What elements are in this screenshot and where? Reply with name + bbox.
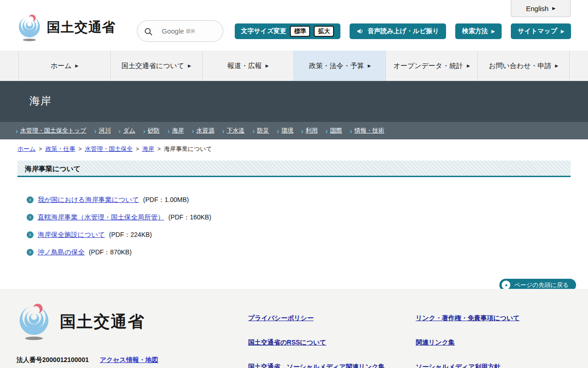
nav-label: ホーム	[51, 62, 72, 70]
nav-item-contact[interactable]: お問い合わせ・申請 ▶	[477, 51, 570, 81]
corporate-number-text: 法人番号2000012100001	[17, 356, 89, 363]
subnav-label: 利用	[306, 126, 318, 135]
footer: 国土交通省 法人番号2000012100001 アクセス情報・地図 プライバシー…	[0, 289, 588, 368]
footer-link-related-links[interactable]: 関連リンク集	[416, 339, 455, 347]
subnav-label: 水資源	[197, 126, 215, 135]
breadcrumb-separator: >	[79, 146, 82, 152]
triangle-right-icon: ▶	[368, 63, 371, 68]
chevron-right-icon: ›	[326, 127, 328, 134]
breadcrumb: ホーム > 政策・仕事 > 水管理・国土保全 > 海岸 > 海岸事業について	[0, 139, 588, 153]
subnav-item-kaigan[interactable]: ›海岸	[168, 126, 184, 135]
breadcrumb-link-kaigan[interactable]: 海岸	[142, 145, 154, 153]
breadcrumb-link-policy[interactable]: 政策・仕事	[45, 145, 75, 153]
section-banner: 海岸	[0, 81, 588, 122]
nav-label: 国土交通省について	[122, 62, 184, 70]
triangle-right-icon: ▶	[188, 63, 191, 68]
section-title: 海岸	[29, 94, 588, 108]
subnav-label: 下水道	[227, 126, 245, 135]
breadcrumb-current: 海岸事業について	[164, 145, 212, 153]
chevron-bullet-icon: ›	[27, 249, 34, 256]
footer-link-rss[interactable]: 国土交通省のRSSについて	[248, 339, 326, 347]
chevron-right-icon: ›	[253, 127, 255, 134]
pdf-file-size: (PDF：160KB)	[169, 213, 211, 222]
subnav-label: 海岸	[172, 126, 184, 135]
footer-logo: 国土交通省	[17, 303, 145, 340]
list-item: › 我が国における海岸事業について (PDF：1.00MB)	[27, 193, 588, 207]
sitemap-button[interactable]: サイトマップ ▶	[511, 23, 571, 39]
document-list: › 我が国における海岸事業について (PDF：1.00MB) › 直轄海岸事業（…	[27, 193, 588, 259]
pdf-link-okinotorishima[interactable]: 沖ノ鳥島の保全	[38, 248, 85, 257]
nav-item-home[interactable]: ホーム ▶	[18, 51, 110, 81]
breadcrumb-link-mizukanri[interactable]: 水管理・国土保全	[85, 145, 133, 153]
font-size-standard-button[interactable]: 標準	[290, 26, 310, 37]
english-label: English	[526, 5, 548, 12]
chevron-right-icon: ›	[192, 127, 194, 134]
triangle-right-icon: ▶	[555, 63, 558, 68]
footer-link-social-media-policy[interactable]: ソーシャルメディア利用方針	[416, 363, 501, 368]
chevron-right-icon: ›	[94, 127, 96, 134]
arrow-up-icon: ▲	[502, 281, 510, 289]
subnav-item-sabo[interactable]: ›砂防	[143, 126, 160, 135]
subnav-item-mizushigen[interactable]: ›水資源	[192, 126, 215, 135]
site-title: 国土交通省	[47, 18, 116, 37]
subnav-item-kasen[interactable]: ›河川	[94, 126, 111, 135]
nav-label: 報道・広報	[227, 62, 262, 70]
triangle-right-icon: ▶	[467, 63, 470, 68]
breadcrumb-separator: >	[158, 146, 161, 152]
chevron-right-icon: ›	[277, 127, 279, 134]
nav-item-press[interactable]: 報道・広報 ▶	[202, 51, 294, 81]
search-input[interactable]: Google 提供	[137, 20, 223, 42]
pdf-file-size: (PDF：224KB)	[109, 231, 152, 239]
breadcrumb-link-home[interactable]: ホーム	[17, 145, 36, 153]
pdf-link-wagakuni-kaigan[interactable]: 我が国における海岸事業について	[38, 196, 139, 204]
breadcrumb-separator: >	[136, 146, 139, 152]
main-content: ホーム > 政策・仕事 > 水管理・国土保全 > 海岸 > 海岸事業について 海…	[0, 139, 588, 289]
access-info-link[interactable]: アクセス情報・地図	[100, 356, 158, 363]
nav-item-policy[interactable]: 政策・法令・予算 ▶	[294, 51, 385, 81]
header: 国土交通省 Google 提供 文字サイズ変更 標準 拡大 音声読み上げ・ルビ振…	[0, 0, 588, 51]
subnav-item-dam[interactable]: ›ダム	[119, 126, 136, 135]
subnav-item-gesuido[interactable]: ›下水道	[222, 126, 245, 135]
subnav-item-riyou[interactable]: ›利用	[301, 126, 318, 135]
subnav-item-kokusai[interactable]: ›国際	[326, 126, 342, 135]
font-size-label: 文字サイズ変更	[241, 27, 287, 35]
subnav-label: ダム	[123, 126, 136, 135]
sitemap-label: サイトマップ	[518, 27, 557, 35]
subnav-item-mizukanri-top[interactable]: ›水管理・国土保全トップ	[16, 126, 86, 135]
chevron-bullet-icon: ›	[27, 214, 34, 221]
triangle-right-icon: ▶	[266, 63, 269, 68]
search-provider-note: 提供	[186, 28, 195, 34]
chevron-right-icon: ›	[301, 127, 304, 134]
subnav-item-jouhou-gijutsu[interactable]: ›情報・技術	[350, 126, 384, 135]
triangle-right-icon: ▶	[492, 29, 495, 34]
english-button[interactable]: English ▶	[511, 0, 571, 17]
subnav-item-kankyo[interactable]: ›環境	[277, 126, 294, 135]
chevron-right-icon: ›	[350, 127, 352, 134]
font-size-large-button[interactable]: 拡大	[314, 26, 334, 37]
global-nav: ホーム ▶ 国土交通省について ▶ 報道・広報 ▶ 政策・法令・予算 ▶ オープ…	[0, 51, 588, 81]
list-item: › 沖ノ鳥島の保全 (PDF：870KB)	[27, 245, 588, 259]
subnav-label: 情報・技術	[355, 126, 384, 135]
footer-link-privacy-policy[interactable]: プライバシーポリシー	[248, 314, 314, 322]
subnav-label: 河川	[99, 126, 111, 135]
chevron-right-icon: ›	[16, 127, 18, 134]
footer-link-social-media-links[interactable]: 国土交通省 ソーシャルメディア関連リンク集	[248, 363, 385, 368]
subnav-label: 水管理・国土保全トップ	[20, 126, 86, 135]
pdf-link-kaigan-hozen-shisetsu[interactable]: 海岸保全施設について	[38, 230, 105, 239]
text-to-speech-button[interactable]: 音声読み上げ・ルビ振り	[350, 23, 446, 39]
chevron-right-icon: ›	[168, 127, 170, 134]
nav-item-about[interactable]: 国土交通省について ▶	[110, 51, 202, 81]
search-method-button[interactable]: 検索方法 ▶	[455, 23, 502, 39]
nav-item-opendata[interactable]: オープンデータ・統計 ▶	[385, 51, 477, 81]
font-size-control: 文字サイズ変更 標準 拡大	[235, 23, 340, 39]
page: 国土交通省 Google 提供 文字サイズ変更 標準 拡大 音声読み上げ・ルビ振…	[0, 0, 588, 368]
triangle-right-icon: ▶	[75, 63, 79, 68]
footer-link-copyright[interactable]: リンク・著作権・免責事項について	[416, 314, 520, 322]
pdf-link-chokkatsu-kaigan[interactable]: 直轄海岸事業（水管理・国土保全局所管）	[38, 213, 164, 222]
subnav-item-bousai[interactable]: ›防災	[253, 126, 269, 135]
page-title: 海岸事業について	[17, 161, 571, 177]
site-logo[interactable]: 国土交通省	[17, 14, 116, 41]
tts-label: 音声読み上げ・ルビ振り	[368, 27, 439, 35]
mlit-logo-icon	[17, 14, 42, 41]
chevron-right-icon: ›	[119, 127, 121, 134]
